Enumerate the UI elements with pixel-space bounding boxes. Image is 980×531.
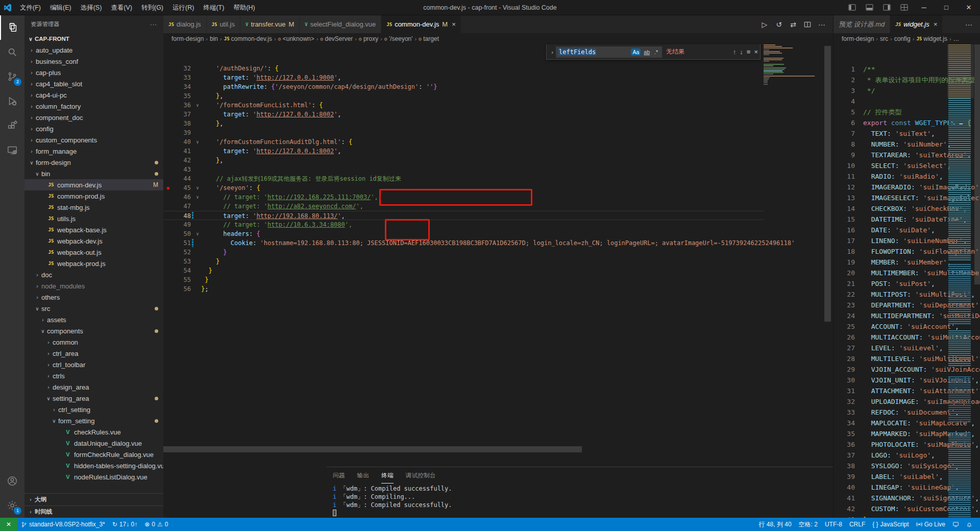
gear-icon[interactable]: 1 [0, 493, 24, 518]
source-control-icon[interactable]: 2 [0, 64, 24, 89]
menu-item-终[interactable]: 终端(T) [199, 0, 229, 15]
code-line-48[interactable]: 48 target: 'http://192.168.80.113/', [163, 211, 764, 220]
menu-item-文[interactable]: 文件(F) [15, 0, 45, 15]
explorer-more-actions-icon[interactable]: ··· [150, 21, 157, 28]
breadcrumb-item[interactable]: form-design [172, 35, 204, 42]
panel-tab-调试控制台[interactable]: 调试控制台 [406, 467, 436, 484]
code-line-38[interactable]: 38 }, [163, 119, 764, 128]
tab-transfer.vue[interactable]: Vtransfer.vueM [240, 15, 300, 33]
search-icon[interactable] [0, 40, 24, 64]
minimap-right[interactable] [947, 44, 974, 518]
problems-item[interactable]: ⊗ 0 ⚠ 0 [141, 518, 172, 531]
breadcrumb-item[interactable]: JSwidget.js [916, 35, 947, 42]
maximize-button[interactable]: □ [935, 0, 958, 15]
tree-item-design_area[interactable]: ›design_area [24, 381, 163, 393]
code-line-32[interactable]: 32 '/authDesign/': { [163, 64, 764, 73]
tree-item-form_manage[interactable]: ›form_manage [24, 146, 163, 157]
tree-item-cap4-ui-pc[interactable]: ›cap4-ui-pc [24, 89, 163, 101]
tree-item-doc[interactable]: ›doc [24, 269, 163, 280]
project-root-section[interactable]: ∨ CAP-FRONT [24, 33, 163, 44]
breadcrumb[interactable]: form-design›bin›JScommon-dev.js›⚙<unknow… [163, 33, 833, 44]
code-line-39[interactable]: 39 [163, 128, 764, 137]
code-line-40[interactable]: 40∨ '/formCustomFunctionAuditDlg.html': … [163, 137, 764, 147]
code-line-52[interactable]: 52 } [163, 248, 764, 257]
timeline-history-icon[interactable]: ↺ [772, 15, 786, 33]
tree-item-assets[interactable]: ›assets [24, 314, 163, 325]
whole-word-toggle[interactable]: ab [642, 49, 651, 56]
menu-item-编[interactable]: 编辑(E) [45, 0, 76, 15]
minimap[interactable] [764, 44, 820, 187]
split-editor-icon[interactable] [800, 15, 815, 33]
regex-toggle[interactable]: .* [653, 49, 659, 56]
indentation-item[interactable]: 空格: 2 [795, 518, 821, 531]
tree-item-column_factory[interactable]: ›column_factory [24, 101, 163, 112]
encoding-item[interactable]: UTF-8 [821, 518, 846, 531]
tree-item-node_modules[interactable]: ›node_modules [24, 280, 163, 292]
tree-item-ctrl_area[interactable]: ›ctrl_area [24, 348, 163, 359]
tree-item-formCheckRule_dialogvue[interactable]: VformCheckRule_dialog.vue [24, 449, 163, 460]
find-in-selection-icon[interactable]: ≡ [747, 48, 751, 56]
code-line-53[interactable]: 53 } [163, 257, 764, 266]
fold-chevron-icon[interactable]: ∨ [194, 192, 201, 202]
tree-item-common-prodjs[interactable]: JScommon-prod.js [24, 190, 163, 202]
tab-util.js[interactable]: JSutil.js [207, 15, 240, 33]
tab-common-dev.js[interactable]: JScommon-dev.jsM× [381, 15, 461, 33]
close-find-icon[interactable]: × [754, 48, 758, 56]
sync-item[interactable]: ↻ 17↓ 0↑ [109, 518, 141, 531]
find-next-icon[interactable]: ↓ [740, 48, 743, 56]
breakpoint-icon[interactable]: ● [163, 183, 173, 192]
tree-item-auto_update[interactable]: ›auto_update [24, 44, 163, 56]
vertical-scrollbar-right[interactable] [974, 44, 980, 284]
run-button[interactable]: ▷ [757, 15, 772, 33]
tree-item-dataUnique_dialogvue[interactable]: VdataUnique_dialog.vue [24, 438, 163, 449]
tree-item-hidden-tables-setting-dialogvue[interactable]: Vhidden-tables-setting-dialog.vue [24, 460, 163, 471]
tree-item-form_setting[interactable]: ∨form_setting [24, 415, 163, 426]
breadcrumb-item[interactable]: form-design [842, 35, 874, 42]
breadcrumb-item[interactable]: ⚙target [419, 35, 439, 42]
code-line-46[interactable]: 46∨ // target: 'http://192.168.225.111:7… [163, 192, 764, 202]
vertical-scrollbar[interactable] [824, 46, 831, 322]
tree-item-config[interactable]: ›config [24, 123, 163, 134]
fold-chevron-icon[interactable]: ∨ [194, 183, 201, 192]
tree-item-bin[interactable]: ∨bin [24, 168, 163, 179]
go-live-item[interactable]: Go Live [913, 518, 949, 531]
breadcrumb-item[interactable]: src [880, 35, 888, 42]
outline-section[interactable]: › 大纲 [24, 493, 163, 505]
close-tab-icon[interactable]: × [452, 20, 456, 28]
code-line-50[interactable]: 50∨ headers: { [163, 229, 764, 238]
panel-tab-问题[interactable]: 问题 [333, 467, 345, 484]
git-branch-item[interactable]: standard-V8.0SP2-hotfix_3* [17, 518, 109, 531]
code-line-54[interactable]: 54 } [163, 266, 764, 275]
breadcrumb-item[interactable]: ⚙'/seeyon' [384, 35, 413, 42]
menu-item-帮[interactable]: 帮助(H) [229, 0, 259, 15]
tab-selectField_dialog.vue[interactable]: VselectField_dialog.vue [300, 15, 381, 33]
code-line-36[interactable]: 36∨ '/formCustomFuncList.html': { [163, 101, 764, 110]
toggle-sidebar-icon[interactable] [843, 0, 861, 15]
tree-item-custom_components[interactable]: ›custom_components [24, 134, 163, 146]
code-line-43[interactable]: 43 [163, 165, 764, 174]
tree-item-cap-plus[interactable]: ›cap-plus [24, 67, 163, 78]
breadcrumb-item[interactable]: ⚙<unknown> [278, 35, 314, 42]
fold-chevron-icon[interactable]: ∨ [194, 229, 201, 238]
tree-item-utilsjs[interactable]: JSutils.js [24, 213, 163, 224]
code-line-37[interactable]: 37 target: 'http://127.0.0.1:8002', [163, 110, 764, 119]
code-line-45[interactable]: ●45∨ '/seeyon': { [163, 183, 764, 192]
breadcrumb-item[interactable]: ⚙proxy [359, 35, 378, 42]
code-line-44[interactable]: 44 // ajax转发到169或其他服务器: 登录后将session id复制… [163, 174, 764, 183]
tree-item-others[interactable]: ›others [24, 292, 163, 303]
code-line-56[interactable]: 56}; [163, 284, 764, 294]
tree-item-setting_area[interactable]: ∨setting_area [24, 393, 163, 404]
code-line-51[interactable]: 51 Cookie: 'hostname=192.168.80.113:80; … [163, 238, 764, 248]
more-actions-icon[interactable]: ··· [962, 15, 976, 33]
tab-dialog.js[interactable]: JSdialog.js [163, 15, 207, 33]
tree-item-ctrl_setting[interactable]: ›ctrl_setting [24, 404, 163, 415]
fold-chevron-icon[interactable]: ∨ [194, 101, 201, 110]
customize-layout-icon[interactable] [895, 0, 913, 15]
tree-item-ctrl_toolbar[interactable]: ›ctrl_toolbar [24, 359, 163, 370]
code-line-33[interactable]: 33 target: 'http://127.0.0.1:9000', [163, 73, 764, 82]
tree-item-ctrls[interactable]: ›ctrls [24, 370, 163, 381]
tree-item-cap4_table_slot[interactable]: ›cap4_table_slot [24, 78, 163, 89]
tree-item-common[interactable]: ›common [24, 336, 163, 348]
breadcrumb-right[interactable]: form-design›src›config›JSwidget.js›… [834, 33, 980, 44]
close-tab-icon[interactable]: × [934, 20, 938, 28]
